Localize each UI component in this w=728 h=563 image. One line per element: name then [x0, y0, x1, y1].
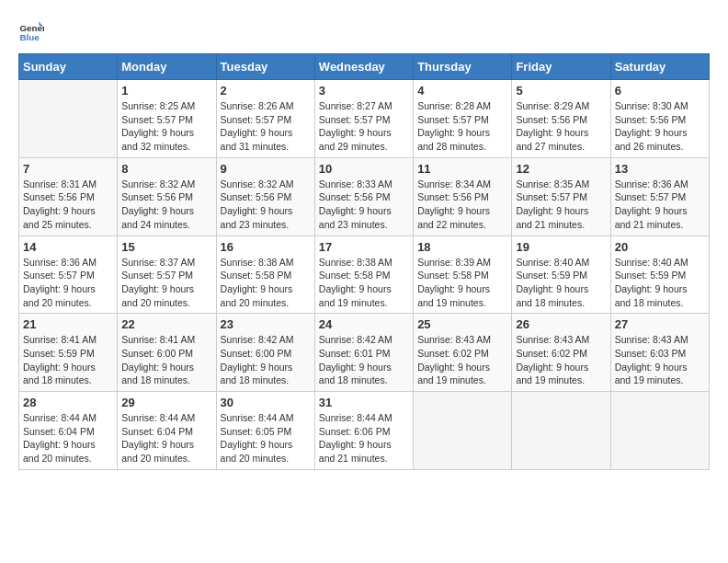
day-info: Sunrise: 8:39 AM Sunset: 5:58 PM Dayligh…: [417, 256, 507, 310]
day-number: 18: [417, 240, 507, 254]
calendar-cell: [610, 392, 709, 470]
day-number: 23: [221, 317, 311, 331]
day-number: 22: [121, 317, 211, 331]
calendar-week-row: 1Sunrise: 8:25 AM Sunset: 5:57 PM Daylig…: [19, 80, 710, 158]
weekday-header-cell: Thursday: [414, 54, 512, 80]
calendar-cell: 15Sunrise: 8:37 AM Sunset: 5:57 PM Dayli…: [118, 236, 216, 314]
calendar-cell: 2Sunrise: 8:26 AM Sunset: 5:57 PM Daylig…: [216, 80, 314, 158]
day-info: Sunrise: 8:33 AM Sunset: 5:56 PM Dayligh…: [319, 178, 409, 232]
calendar-cell: 8Sunrise: 8:32 AM Sunset: 5:56 PM Daylig…: [118, 157, 216, 236]
day-info: Sunrise: 8:40 AM Sunset: 5:59 PM Dayligh…: [516, 256, 606, 310]
day-number: 16: [221, 240, 311, 254]
day-number: 1: [121, 84, 211, 98]
calendar-cell: 3Sunrise: 8:27 AM Sunset: 5:57 PM Daylig…: [314, 80, 413, 158]
day-number: 10: [319, 162, 409, 176]
day-number: 25: [417, 317, 507, 331]
day-info: Sunrise: 8:42 AM Sunset: 6:01 PM Dayligh…: [319, 333, 409, 387]
day-info: Sunrise: 8:43 AM Sunset: 6:02 PM Dayligh…: [516, 333, 606, 387]
calendar-body: 1Sunrise: 8:25 AM Sunset: 5:57 PM Daylig…: [19, 80, 710, 470]
calendar-cell: [512, 392, 610, 470]
calendar-cell: 23Sunrise: 8:42 AM Sunset: 6:00 PM Dayli…: [216, 314, 314, 392]
day-info: Sunrise: 8:40 AM Sunset: 5:59 PM Dayligh…: [615, 256, 705, 310]
day-number: 12: [516, 162, 606, 176]
calendar-cell: 20Sunrise: 8:40 AM Sunset: 5:59 PM Dayli…: [610, 236, 709, 314]
day-number: 5: [516, 84, 606, 98]
day-number: 20: [615, 240, 705, 254]
calendar-cell: 18Sunrise: 8:39 AM Sunset: 5:58 PM Dayli…: [414, 236, 512, 314]
calendar-cell: 14Sunrise: 8:36 AM Sunset: 5:57 PM Dayli…: [19, 236, 118, 314]
day-info: Sunrise: 8:28 AM Sunset: 5:57 PM Dayligh…: [417, 99, 507, 154]
day-info: Sunrise: 8:38 AM Sunset: 5:58 PM Dayligh…: [221, 256, 311, 310]
day-number: 2: [221, 84, 311, 98]
calendar-week-row: 28Sunrise: 8:44 AM Sunset: 6:04 PM Dayli…: [19, 392, 710, 470]
day-number: 24: [319, 317, 409, 331]
day-info: Sunrise: 8:44 AM Sunset: 6:04 PM Dayligh…: [121, 411, 211, 465]
day-info: Sunrise: 8:41 AM Sunset: 5:59 PM Dayligh…: [23, 333, 113, 387]
weekday-header-cell: Wednesday: [314, 54, 413, 80]
calendar-cell: 25Sunrise: 8:43 AM Sunset: 6:02 PM Dayli…: [414, 314, 512, 392]
day-number: 21: [23, 317, 113, 331]
calendar-cell: 27Sunrise: 8:43 AM Sunset: 6:03 PM Dayli…: [610, 314, 709, 392]
day-info: Sunrise: 8:30 AM Sunset: 5:56 PM Dayligh…: [615, 99, 705, 154]
day-info: Sunrise: 8:26 AM Sunset: 5:57 PM Dayligh…: [221, 99, 311, 154]
day-info: Sunrise: 8:44 AM Sunset: 6:04 PM Dayligh…: [23, 411, 113, 465]
day-info: Sunrise: 8:32 AM Sunset: 5:56 PM Dayligh…: [221, 178, 311, 232]
logo-icon: General Blue: [18, 18, 44, 44]
day-number: 29: [121, 396, 211, 409]
calendar-cell: 9Sunrise: 8:32 AM Sunset: 5:56 PM Daylig…: [216, 157, 314, 236]
day-number: 13: [615, 162, 705, 176]
calendar-cell: 28Sunrise: 8:44 AM Sunset: 6:04 PM Dayli…: [19, 392, 118, 470]
calendar-week-row: 21Sunrise: 8:41 AM Sunset: 5:59 PM Dayli…: [19, 314, 710, 392]
calendar-cell: 21Sunrise: 8:41 AM Sunset: 5:59 PM Dayli…: [19, 314, 118, 392]
day-number: 9: [221, 162, 311, 176]
day-number: 15: [121, 240, 211, 254]
weekday-header-cell: Tuesday: [216, 54, 314, 80]
day-info: Sunrise: 8:32 AM Sunset: 5:56 PM Dayligh…: [121, 178, 211, 232]
calendar-cell: 29Sunrise: 8:44 AM Sunset: 6:04 PM Dayli…: [118, 392, 216, 470]
day-number: 8: [121, 162, 211, 176]
day-number: 26: [516, 317, 606, 331]
calendar-cell: 22Sunrise: 8:41 AM Sunset: 6:00 PM Dayli…: [118, 314, 216, 392]
calendar-cell: 19Sunrise: 8:40 AM Sunset: 5:59 PM Dayli…: [512, 236, 610, 314]
weekday-header-cell: Monday: [118, 54, 216, 80]
day-info: Sunrise: 8:29 AM Sunset: 5:56 PM Dayligh…: [516, 99, 606, 154]
day-number: 30: [221, 396, 311, 409]
calendar-cell: 11Sunrise: 8:34 AM Sunset: 5:56 PM Dayli…: [414, 157, 512, 236]
day-info: Sunrise: 8:27 AM Sunset: 5:57 PM Dayligh…: [319, 99, 409, 154]
day-info: Sunrise: 8:44 AM Sunset: 6:05 PM Dayligh…: [221, 411, 311, 465]
day-info: Sunrise: 8:42 AM Sunset: 6:00 PM Dayligh…: [221, 333, 311, 387]
calendar-cell: 26Sunrise: 8:43 AM Sunset: 6:02 PM Dayli…: [512, 314, 610, 392]
day-info: Sunrise: 8:43 AM Sunset: 6:02 PM Dayligh…: [417, 333, 507, 387]
calendar-week-row: 7Sunrise: 8:31 AM Sunset: 5:56 PM Daylig…: [19, 157, 710, 236]
day-number: 19: [516, 240, 606, 254]
calendar-cell: 13Sunrise: 8:36 AM Sunset: 5:57 PM Dayli…: [610, 157, 709, 236]
calendar-cell: 6Sunrise: 8:30 AM Sunset: 5:56 PM Daylig…: [610, 80, 709, 158]
calendar-week-row: 14Sunrise: 8:36 AM Sunset: 5:57 PM Dayli…: [19, 236, 710, 314]
calendar-cell: 16Sunrise: 8:38 AM Sunset: 5:58 PM Dayli…: [216, 236, 314, 314]
day-info: Sunrise: 8:41 AM Sunset: 6:00 PM Dayligh…: [121, 333, 211, 387]
day-number: 6: [615, 84, 705, 98]
calendar-table: SundayMondayTuesdayWednesdayThursdayFrid…: [18, 53, 710, 470]
day-info: Sunrise: 8:31 AM Sunset: 5:56 PM Dayligh…: [23, 178, 113, 232]
day-info: Sunrise: 8:25 AM Sunset: 5:57 PM Dayligh…: [121, 99, 211, 154]
day-number: 27: [615, 317, 705, 331]
day-number: 3: [319, 84, 409, 98]
calendar-cell: 12Sunrise: 8:35 AM Sunset: 5:57 PM Dayli…: [512, 157, 610, 236]
day-number: 31: [319, 396, 409, 409]
logo: General Blue: [18, 18, 48, 44]
day-info: Sunrise: 8:44 AM Sunset: 6:06 PM Dayligh…: [319, 411, 409, 465]
calendar-cell: 24Sunrise: 8:42 AM Sunset: 6:01 PM Dayli…: [314, 314, 413, 392]
day-number: 4: [417, 84, 507, 98]
day-info: Sunrise: 8:36 AM Sunset: 5:57 PM Dayligh…: [23, 256, 113, 310]
calendar-cell: 30Sunrise: 8:44 AM Sunset: 6:05 PM Dayli…: [216, 392, 314, 470]
calendar-cell: 10Sunrise: 8:33 AM Sunset: 5:56 PM Dayli…: [314, 157, 413, 236]
calendar-cell: 1Sunrise: 8:25 AM Sunset: 5:57 PM Daylig…: [118, 80, 216, 158]
day-info: Sunrise: 8:43 AM Sunset: 6:03 PM Dayligh…: [615, 333, 705, 387]
calendar-cell: 4Sunrise: 8:28 AM Sunset: 5:57 PM Daylig…: [414, 80, 512, 158]
day-number: 14: [23, 240, 113, 254]
page-header: General Blue: [18, 18, 710, 44]
day-info: Sunrise: 8:38 AM Sunset: 5:58 PM Dayligh…: [319, 256, 409, 310]
weekday-header-row: SundayMondayTuesdayWednesdayThursdayFrid…: [19, 54, 710, 80]
calendar-cell: [414, 392, 512, 470]
day-number: 17: [319, 240, 409, 254]
